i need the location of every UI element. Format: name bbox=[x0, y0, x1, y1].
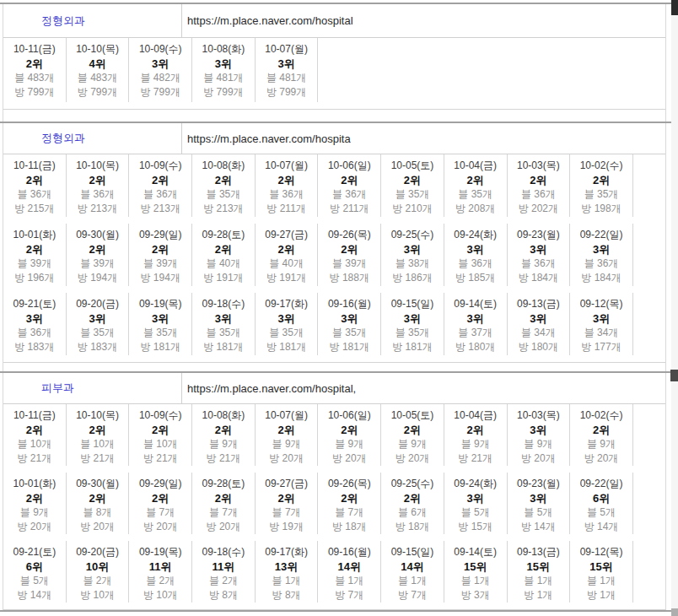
day-cell[interactable]: 09-17(화)3위블 35개방 181개 bbox=[256, 293, 319, 355]
day-cell[interactable]: 10-10(목)2위블 10개방 21개 bbox=[67, 404, 130, 466]
blog-count-label: 블 35개 bbox=[381, 187, 444, 202]
day-cell[interactable]: 10-09(수)2위블 36개방 213개 bbox=[129, 154, 192, 217]
day-cell[interactable]: 10-02(수)2위블 35개방 198개 bbox=[570, 154, 633, 217]
day-cell[interactable]: 10-08(화)2위블 9개방 21개 bbox=[192, 404, 256, 466]
rank-label: 2위 bbox=[256, 242, 318, 257]
day-cell[interactable]: 09-16(월)14위블 1개방 7개 bbox=[318, 541, 381, 602]
day-cell[interactable]: 09-30(월)2위블 8개방 20개 bbox=[67, 473, 130, 534]
day-cell[interactable]: 10-02(수)2위블 9개방 20개 bbox=[570, 404, 633, 466]
day-cell[interactable]: 10-05(토)2위블 35개방 210개 bbox=[381, 154, 444, 217]
empty-cells-filler bbox=[633, 293, 665, 362]
blog-count-label: 블 482개 bbox=[129, 71, 191, 85]
day-cell[interactable]: 09-21(토)6위블 5개방 14개 bbox=[3, 541, 67, 602]
day-cell[interactable]: 09-19(목)11위블 2개방 10개 bbox=[129, 541, 192, 602]
day-cell[interactable]: 09-29(일)2위블 39개방 194개 bbox=[129, 224, 192, 286]
visitor-count-label: 방 15개 bbox=[444, 520, 507, 534]
url-cell[interactable]: https://m.place.naver.com/hospita bbox=[182, 123, 665, 154]
day-cell[interactable]: 09-20(금)3위블 35개방 183개 bbox=[67, 293, 130, 355]
blog-count-label: 블 36개 bbox=[67, 187, 129, 202]
day-cell[interactable]: 09-30(월)2위블 39개방 194개 bbox=[67, 224, 130, 286]
day-cell[interactable]: 09-28(토)2위블 40개방 191개 bbox=[192, 224, 256, 286]
day-cell[interactable]: 09-29(일)2위블 7개방 20개 bbox=[129, 473, 192, 534]
day-cell[interactable]: 09-26(목)2위블 39개방 188개 bbox=[318, 224, 381, 286]
day-cell[interactable]: 09-13(금)15위블 1개방 1개 bbox=[508, 541, 571, 602]
day-cell[interactable]: 10-04(금)2위블 9개방 21개 bbox=[444, 404, 508, 466]
day-cell[interactable]: 09-28(토)2위블 7개방 20개 bbox=[192, 473, 256, 534]
visitor-count-label: 방 177개 bbox=[570, 340, 632, 354]
day-cell[interactable]: 09-18(수)3위블 35개방 181개 bbox=[192, 293, 256, 355]
day-cell[interactable]: 10-09(수)3위블 482개방 799개 bbox=[129, 38, 192, 102]
day-cell[interactable]: 10-10(목)2위블 36개방 213개 bbox=[67, 154, 130, 217]
day-cell[interactable]: 09-14(토)15위블 1개방 3개 bbox=[444, 541, 508, 602]
date-label: 09-13(금) bbox=[508, 297, 570, 311]
day-cell[interactable]: 10-08(화)2위블 35개방 213개 bbox=[192, 154, 256, 217]
day-cell[interactable]: 10-08(화)3위블 481개방 799개 bbox=[192, 38, 256, 102]
day-cell[interactable]: 09-12(목)3위블 34개방 177개 bbox=[570, 293, 633, 355]
day-cell[interactable]: 09-18(수)11위블 2개방 8개 bbox=[192, 541, 256, 602]
blog-count-label: 블 36개 bbox=[129, 187, 191, 202]
day-cell[interactable]: 09-17(화)13위블 1개방 8개 bbox=[256, 541, 319, 602]
day-cell[interactable]: 09-25(수)2위블 6개방 18개 bbox=[381, 473, 444, 534]
day-cell[interactable]: 09-19(목)3위블 35개방 181개 bbox=[129, 293, 192, 355]
category-cell[interactable]: 피부과 bbox=[3, 373, 182, 403]
day-cell[interactable]: 09-21(토)3위블 36개방 183개 bbox=[3, 293, 67, 355]
category-label: 피부과 bbox=[41, 381, 74, 396]
visitor-count-label: 방 211개 bbox=[256, 202, 318, 216]
day-cell[interactable]: 09-12(목)15위블 1개방 1개 bbox=[570, 541, 633, 602]
day-cell[interactable]: 10-06(일)2위블 9개방 20개 bbox=[318, 404, 381, 466]
day-cell[interactable]: 09-26(목)2위블 7개방 18개 bbox=[318, 473, 381, 534]
day-cell[interactable]: 09-15(일)14위블 1개방 7개 bbox=[381, 541, 444, 602]
url-cell[interactable]: https://m.place.naver.com/hospital, bbox=[182, 373, 665, 403]
day-cell[interactable]: 10-10(목)4위블 483개방 799개 bbox=[67, 38, 130, 102]
day-cell[interactable]: 09-22(일)3위블 36개방 184개 bbox=[570, 224, 633, 286]
rank-label: 2위 bbox=[129, 491, 191, 505]
day-cell[interactable]: 10-07(월)3위블 481개방 799개 bbox=[256, 38, 319, 102]
day-cell[interactable]: 10-03(목)3위블 9개방 20개 bbox=[508, 404, 571, 466]
day-cell[interactable]: 10-09(수)2위블 10개방 21개 bbox=[129, 404, 192, 466]
day-cell[interactable]: 10-07(월)2위블 9개방 20개 bbox=[256, 404, 319, 466]
day-cell[interactable]: 09-15(일)3위블 35개방 181개 bbox=[381, 293, 444, 355]
day-cell[interactable]: 10-04(금)2위블 35개방 208개 bbox=[444, 154, 508, 217]
blog-count-label: 블 5개 bbox=[508, 505, 570, 520]
day-cell[interactable]: 09-24(화)3위블 5개방 15개 bbox=[444, 473, 508, 534]
scrollbar-thumb[interactable] bbox=[671, 0, 678, 15]
category-cell[interactable]: 정형외과 bbox=[3, 123, 182, 154]
category-cell[interactable]: 정형외과 bbox=[3, 4, 182, 37]
blog-count-label: 블 35개 bbox=[192, 326, 255, 340]
day-cell[interactable]: 09-20(금)10위블 2개방 10개 bbox=[67, 541, 130, 602]
visitor-count-label: 방 202개 bbox=[508, 202, 570, 216]
data-rows: 10-11(금)2위블 483개방 799개10-10(목)4위블 483개방 … bbox=[3, 38, 665, 110]
day-cell[interactable]: 10-07(월)2위블 36개방 211개 bbox=[256, 154, 319, 217]
visitor-count-label: 방 799개 bbox=[256, 85, 318, 100]
day-cell[interactable]: 10-06(일)2위블 36개방 211개 bbox=[318, 154, 381, 217]
rank-label: 11위 bbox=[192, 559, 255, 574]
day-cell[interactable]: 10-11(금)2위블 36개방 215개 bbox=[3, 154, 67, 217]
day-cell[interactable]: 09-23(월)3위블 36개방 184개 bbox=[508, 224, 571, 286]
blog-count-label: 블 2개 bbox=[192, 574, 255, 588]
date-label: 09-19(목) bbox=[129, 297, 191, 311]
visitor-count-label: 방 191개 bbox=[256, 271, 318, 285]
day-cell[interactable]: 09-14(토)3위블 37개방 180개 bbox=[444, 293, 508, 355]
day-cell[interactable]: 10-01(화)2위블 39개방 196개 bbox=[3, 224, 67, 286]
scrollbar[interactable] bbox=[671, 0, 678, 616]
rank-label: 2위 bbox=[129, 242, 191, 257]
day-cell[interactable]: 10-03(목)2위블 36개방 202개 bbox=[508, 154, 571, 217]
day-cell[interactable]: 09-27(금)2위블 40개방 191개 bbox=[256, 224, 319, 286]
day-cell[interactable]: 10-11(금)2위블 10개방 21개 bbox=[3, 404, 67, 466]
day-cell[interactable]: 09-22(일)6위블 5개방 14개 bbox=[570, 473, 633, 534]
date-label: 09-20(금) bbox=[67, 297, 129, 311]
url-cell[interactable]: https://m.place.naver.com/hospital bbox=[182, 4, 665, 37]
day-cell[interactable]: 10-01(화)2위블 9개방 20개 bbox=[3, 473, 67, 534]
date-label: 10-06(일) bbox=[318, 408, 380, 423]
day-cell[interactable]: 09-23(월)3위블 5개방 14개 bbox=[508, 473, 571, 534]
day-cell[interactable]: 09-13(금)3위블 34개방 180개 bbox=[508, 293, 571, 355]
day-cell[interactable]: 09-16(월)3위블 35개방 181개 bbox=[318, 293, 381, 355]
day-cell[interactable]: 10-11(금)2위블 483개방 799개 bbox=[3, 38, 67, 102]
day-cell[interactable]: 09-24(화)3위블 36개방 185개 bbox=[444, 224, 508, 286]
day-cell[interactable]: 09-25(수)3위블 38개방 186개 bbox=[381, 224, 444, 286]
visitor-count-label: 방 194개 bbox=[67, 271, 129, 285]
day-cell[interactable]: 10-05(토)2위블 9개방 20개 bbox=[381, 404, 444, 466]
rank-label: 3위 bbox=[381, 242, 444, 257]
visitor-count-label: 방 184개 bbox=[508, 271, 570, 285]
day-cell[interactable]: 09-27(금)2위블 7개방 19개 bbox=[256, 473, 319, 534]
